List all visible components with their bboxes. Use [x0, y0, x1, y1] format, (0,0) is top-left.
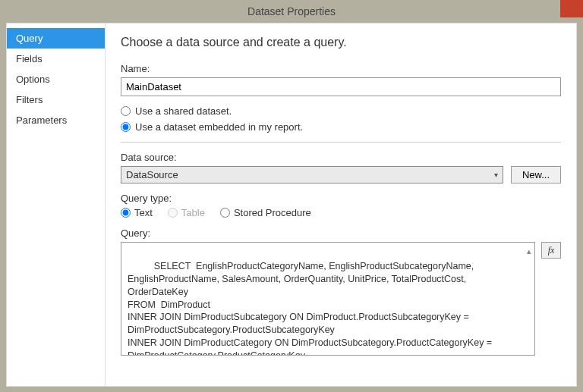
data-source-value: DataSource [126, 169, 178, 180]
query-text-content: SELECT EnglishProductCategoryName, Engli… [128, 261, 518, 356]
chevron-down-icon: ▾ [494, 171, 498, 179]
page-heading: Choose a data source and create a query. [121, 36, 561, 49]
radio-shared-dataset[interactable] [121, 106, 131, 116]
name-input[interactable] [121, 77, 561, 96]
fx-label: fx [548, 245, 555, 256]
radio-query-storedproc[interactable] [220, 208, 230, 218]
radio-query-text[interactable] [121, 208, 131, 218]
window-title: Dataset Properties [247, 5, 336, 17]
radio-embedded-label: Use a dataset embedded in my report. [135, 121, 303, 133]
radio-query-table [168, 208, 178, 218]
query-type-block: Query type: Text Table Stored Procedure [121, 193, 561, 218]
scroll-up-icon[interactable]: ▴ [527, 246, 531, 257]
data-source-select[interactable]: DataSource ▾ [121, 166, 503, 183]
sidebar-item-parameters[interactable]: Parameters [7, 110, 105, 130]
divider [121, 142, 561, 143]
sidebar-item-query[interactable]: Query [7, 28, 105, 49]
sidebar-item-fields[interactable]: Fields [7, 49, 105, 69]
query-label: Query: [121, 227, 561, 239]
sidebar-item-label: Filters [16, 94, 43, 105]
query-type-storedproc-label: Stored Procedure [234, 207, 311, 218]
radio-shared-label: Use a shared dataset. [135, 105, 232, 117]
query-type-table-label: Table [181, 207, 205, 218]
titlebar: Dataset Properties [0, 0, 583, 23]
main-panel: Choose a data source and create a query.… [106, 24, 576, 386]
sidebar-item-options[interactable]: Options [7, 69, 105, 89]
expression-button[interactable]: fx [541, 242, 561, 259]
dataset-mode-block: Use a shared dataset. Use a dataset embe… [121, 105, 561, 133]
name-field-block: Name: [121, 63, 561, 96]
query-block: Query: SELECT EnglishProductCategoryName… [121, 227, 561, 356]
sidebar-item-label: Options [16, 74, 50, 85]
sidebar-item-label: Query [16, 33, 43, 44]
data-source-block: Data source: DataSource ▾ New... [121, 152, 561, 183]
query-textarea[interactable]: SELECT EnglishProductCategoryName, Engli… [121, 242, 535, 356]
sidebar-item-label: Fields [16, 53, 43, 64]
name-label: Name: [121, 63, 561, 74]
data-source-label: Data source: [121, 152, 561, 163]
sidebar-item-filters[interactable]: Filters [7, 89, 105, 110]
query-type-text-label: Text [134, 207, 153, 218]
radio-embedded-dataset[interactable] [121, 122, 131, 132]
close-button[interactable] [560, 0, 583, 17]
sidebar-item-label: Parameters [16, 114, 67, 126]
sidebar: Query Fields Options Filters Parameters [7, 24, 106, 386]
query-type-label: Query type: [121, 193, 561, 204]
dialog-body: Query Fields Options Filters Parameters … [6, 23, 577, 387]
new-data-source-button[interactable]: New... [511, 166, 561, 183]
